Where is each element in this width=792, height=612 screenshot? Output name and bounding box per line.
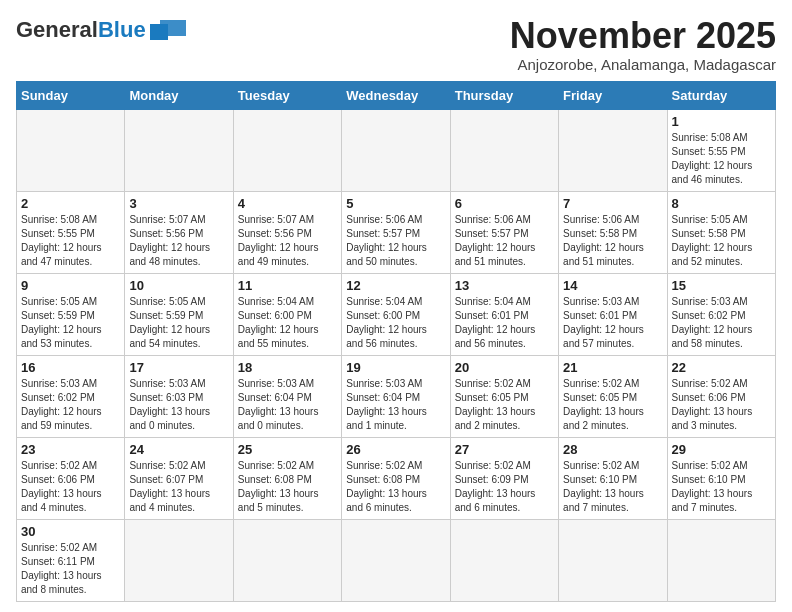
day-number: 18 [238, 360, 337, 375]
calendar-cell [342, 519, 450, 601]
day-number: 17 [129, 360, 228, 375]
calendar-cell [125, 519, 233, 601]
calendar-cell: 8Sunrise: 5:05 AM Sunset: 5:58 PM Daylig… [667, 191, 775, 273]
calendar-cell: 16Sunrise: 5:03 AM Sunset: 6:02 PM Dayli… [17, 355, 125, 437]
day-number: 11 [238, 278, 337, 293]
calendar-cell [233, 109, 341, 191]
day-number: 29 [672, 442, 771, 457]
day-number: 27 [455, 442, 554, 457]
calendar-cell [667, 519, 775, 601]
location: Anjozorobe, Analamanga, Madagascar [510, 56, 776, 73]
day-number: 22 [672, 360, 771, 375]
day-info: Sunrise: 5:03 AM Sunset: 6:01 PM Dayligh… [563, 295, 662, 351]
day-info: Sunrise: 5:04 AM Sunset: 6:01 PM Dayligh… [455, 295, 554, 351]
calendar-cell: 29Sunrise: 5:02 AM Sunset: 6:10 PM Dayli… [667, 437, 775, 519]
day-info: Sunrise: 5:02 AM Sunset: 6:08 PM Dayligh… [238, 459, 337, 515]
calendar-cell: 20Sunrise: 5:02 AM Sunset: 6:05 PM Dayli… [450, 355, 558, 437]
calendar-week-row: 1Sunrise: 5:08 AM Sunset: 5:55 PM Daylig… [17, 109, 776, 191]
day-of-week-header: Monday [125, 81, 233, 109]
calendar-cell: 1Sunrise: 5:08 AM Sunset: 5:55 PM Daylig… [667, 109, 775, 191]
day-info: Sunrise: 5:04 AM Sunset: 6:00 PM Dayligh… [346, 295, 445, 351]
day-of-week-header: Sunday [17, 81, 125, 109]
calendar-cell [342, 109, 450, 191]
day-of-week-header: Tuesday [233, 81, 341, 109]
day-number: 14 [563, 278, 662, 293]
day-info: Sunrise: 5:05 AM Sunset: 5:58 PM Dayligh… [672, 213, 771, 269]
day-info: Sunrise: 5:05 AM Sunset: 5:59 PM Dayligh… [21, 295, 120, 351]
calendar-cell: 11Sunrise: 5:04 AM Sunset: 6:00 PM Dayli… [233, 273, 341, 355]
day-info: Sunrise: 5:02 AM Sunset: 6:06 PM Dayligh… [672, 377, 771, 433]
day-number: 23 [21, 442, 120, 457]
calendar-week-row: 9Sunrise: 5:05 AM Sunset: 5:59 PM Daylig… [17, 273, 776, 355]
day-of-week-header: Saturday [667, 81, 775, 109]
day-number: 25 [238, 442, 337, 457]
calendar-week-row: 23Sunrise: 5:02 AM Sunset: 6:06 PM Dayli… [17, 437, 776, 519]
calendar-week-row: 30Sunrise: 5:02 AM Sunset: 6:11 PM Dayli… [17, 519, 776, 601]
day-info: Sunrise: 5:06 AM Sunset: 5:57 PM Dayligh… [455, 213, 554, 269]
calendar-cell: 22Sunrise: 5:02 AM Sunset: 6:06 PM Dayli… [667, 355, 775, 437]
calendar-cell [17, 109, 125, 191]
day-info: Sunrise: 5:03 AM Sunset: 6:02 PM Dayligh… [672, 295, 771, 351]
svg-marker-1 [150, 24, 168, 40]
calendar-cell: 27Sunrise: 5:02 AM Sunset: 6:09 PM Dayli… [450, 437, 558, 519]
day-of-week-header: Thursday [450, 81, 558, 109]
day-number: 16 [21, 360, 120, 375]
calendar-cell: 14Sunrise: 5:03 AM Sunset: 6:01 PM Dayli… [559, 273, 667, 355]
calendar-cell: 23Sunrise: 5:02 AM Sunset: 6:06 PM Dayli… [17, 437, 125, 519]
calendar-cell: 12Sunrise: 5:04 AM Sunset: 6:00 PM Dayli… [342, 273, 450, 355]
calendar-cell [559, 109, 667, 191]
logo-icon [150, 16, 186, 44]
day-number: 24 [129, 442, 228, 457]
day-number: 2 [21, 196, 120, 211]
day-info: Sunrise: 5:02 AM Sunset: 6:11 PM Dayligh… [21, 541, 120, 597]
calendar-cell: 4Sunrise: 5:07 AM Sunset: 5:56 PM Daylig… [233, 191, 341, 273]
day-number: 19 [346, 360, 445, 375]
calendar-cell: 25Sunrise: 5:02 AM Sunset: 6:08 PM Dayli… [233, 437, 341, 519]
day-info: Sunrise: 5:08 AM Sunset: 5:55 PM Dayligh… [672, 131, 771, 187]
day-info: Sunrise: 5:02 AM Sunset: 6:05 PM Dayligh… [563, 377, 662, 433]
calendar-week-row: 16Sunrise: 5:03 AM Sunset: 6:02 PM Dayli… [17, 355, 776, 437]
calendar-cell: 17Sunrise: 5:03 AM Sunset: 6:03 PM Dayli… [125, 355, 233, 437]
day-number: 15 [672, 278, 771, 293]
day-info: Sunrise: 5:02 AM Sunset: 6:07 PM Dayligh… [129, 459, 228, 515]
day-number: 13 [455, 278, 554, 293]
day-number: 12 [346, 278, 445, 293]
calendar-week-row: 2Sunrise: 5:08 AM Sunset: 5:55 PM Daylig… [17, 191, 776, 273]
calendar-cell: 6Sunrise: 5:06 AM Sunset: 5:57 PM Daylig… [450, 191, 558, 273]
day-info: Sunrise: 5:07 AM Sunset: 5:56 PM Dayligh… [129, 213, 228, 269]
day-info: Sunrise: 5:08 AM Sunset: 5:55 PM Dayligh… [21, 213, 120, 269]
calendar-cell: 9Sunrise: 5:05 AM Sunset: 5:59 PM Daylig… [17, 273, 125, 355]
day-number: 1 [672, 114, 771, 129]
day-info: Sunrise: 5:03 AM Sunset: 6:03 PM Dayligh… [129, 377, 228, 433]
month-year: November 2025 [510, 16, 776, 56]
calendar-cell: 24Sunrise: 5:02 AM Sunset: 6:07 PM Dayli… [125, 437, 233, 519]
day-info: Sunrise: 5:07 AM Sunset: 5:56 PM Dayligh… [238, 213, 337, 269]
day-number: 6 [455, 196, 554, 211]
calendar-cell: 21Sunrise: 5:02 AM Sunset: 6:05 PM Dayli… [559, 355, 667, 437]
calendar-cell: 28Sunrise: 5:02 AM Sunset: 6:10 PM Dayli… [559, 437, 667, 519]
calendar-cell [559, 519, 667, 601]
day-info: Sunrise: 5:02 AM Sunset: 6:10 PM Dayligh… [672, 459, 771, 515]
day-number: 3 [129, 196, 228, 211]
day-number: 4 [238, 196, 337, 211]
day-info: Sunrise: 5:03 AM Sunset: 6:04 PM Dayligh… [346, 377, 445, 433]
calendar-cell: 19Sunrise: 5:03 AM Sunset: 6:04 PM Dayli… [342, 355, 450, 437]
day-info: Sunrise: 5:02 AM Sunset: 6:06 PM Dayligh… [21, 459, 120, 515]
calendar-cell: 2Sunrise: 5:08 AM Sunset: 5:55 PM Daylig… [17, 191, 125, 273]
day-info: Sunrise: 5:06 AM Sunset: 5:58 PM Dayligh… [563, 213, 662, 269]
day-info: Sunrise: 5:05 AM Sunset: 5:59 PM Dayligh… [129, 295, 228, 351]
calendar-cell: 18Sunrise: 5:03 AM Sunset: 6:04 PM Dayli… [233, 355, 341, 437]
calendar-cell [450, 519, 558, 601]
day-info: Sunrise: 5:02 AM Sunset: 6:05 PM Dayligh… [455, 377, 554, 433]
calendar-cell: 7Sunrise: 5:06 AM Sunset: 5:58 PM Daylig… [559, 191, 667, 273]
logo: GeneralBlue [16, 16, 186, 44]
day-info: Sunrise: 5:02 AM Sunset: 6:08 PM Dayligh… [346, 459, 445, 515]
day-info: Sunrise: 5:04 AM Sunset: 6:00 PM Dayligh… [238, 295, 337, 351]
day-info: Sunrise: 5:02 AM Sunset: 6:10 PM Dayligh… [563, 459, 662, 515]
day-number: 5 [346, 196, 445, 211]
day-number: 8 [672, 196, 771, 211]
calendar-header-row: SundayMondayTuesdayWednesdayThursdayFrid… [17, 81, 776, 109]
day-info: Sunrise: 5:06 AM Sunset: 5:57 PM Dayligh… [346, 213, 445, 269]
day-number: 9 [21, 278, 120, 293]
title-area: November 2025 Anjozorobe, Analamanga, Ma… [510, 16, 776, 73]
